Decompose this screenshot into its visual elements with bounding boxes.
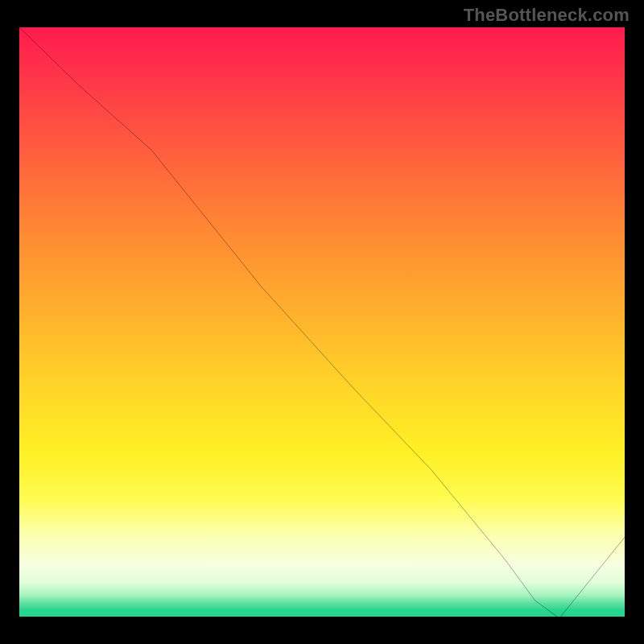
chart-line-layer (18, 26, 626, 618)
chart-container: TheBottleneck.com (0, 0, 644, 644)
main-curve (18, 26, 626, 618)
watermark-label: TheBottleneck.com (464, 5, 630, 26)
